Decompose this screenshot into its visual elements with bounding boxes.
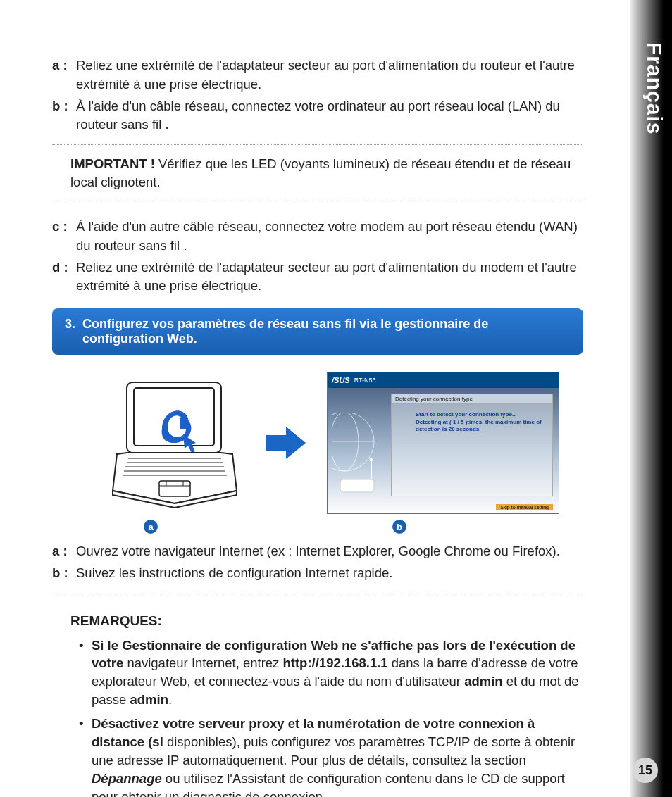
router-globe-illustration bbox=[332, 413, 388, 498]
step-d-text: Reliez une extrémité de l'adaptateur sec… bbox=[76, 258, 583, 296]
language-side-tab: Français bbox=[630, 0, 672, 797]
router-model: RT-N53 bbox=[354, 377, 376, 384]
r2-seg4: ou utilisez l'Assistant de configuration… bbox=[92, 771, 565, 797]
step-c: c : À l'aide d'un autre câble réseau, co… bbox=[52, 218, 583, 256]
important-label: IMPORTANT ! bbox=[70, 156, 155, 171]
step-3a-label: a : bbox=[52, 542, 76, 561]
svg-rect-7 bbox=[159, 481, 190, 496]
svg-rect-14 bbox=[340, 479, 374, 492]
r1-seg7: admin bbox=[130, 692, 168, 707]
step-3b: b : Suivez les instructions de configura… bbox=[52, 564, 583, 583]
step-d-label: d : bbox=[52, 258, 76, 296]
step-3-heading-bar: 3. Configurez vos paramètres de réseau s… bbox=[52, 308, 583, 355]
r1-seg2: navigateur Internet, entrez bbox=[127, 655, 282, 670]
router-config-screenshot: /SUS RT-N53 Detecting your connection ty… bbox=[327, 372, 559, 514]
svg-point-12 bbox=[332, 413, 359, 471]
panel-msg-line1: Start to detect your connection type... bbox=[416, 411, 547, 418]
panel-title: Detecting your connection type bbox=[392, 394, 552, 404]
svg-point-16 bbox=[370, 458, 373, 462]
step-b-label: b : bbox=[52, 97, 76, 135]
language-label: Français bbox=[642, 42, 666, 134]
asus-logo: /SUS bbox=[332, 376, 350, 384]
arrow-right-icon bbox=[265, 425, 307, 460]
panel-msg-line2: Detecting at ( 1 / 5 )times, the maximum… bbox=[416, 419, 547, 426]
illustration-labels: a b bbox=[80, 520, 583, 534]
step-3a: a : Ouvrez votre navigateur Internet (ex… bbox=[52, 542, 583, 561]
r1-seg8: . bbox=[168, 692, 172, 707]
step-c-label: c : bbox=[52, 218, 76, 256]
laptop-illustration bbox=[104, 372, 245, 513]
panel-msg-line3: detection is 20 seconds. bbox=[416, 426, 547, 433]
step-3a-text: Ouvrez votre navigateur Internet (ex : I… bbox=[76, 542, 583, 561]
step-3b-label: b : bbox=[52, 564, 76, 583]
step-b-text: À l'aide d'un câble réseau, connectez vo… bbox=[76, 97, 583, 135]
step-list-3: a : Ouvrez votre navigateur Internet (ex… bbox=[52, 542, 583, 583]
skip-manual-button[interactable]: Skip to manual setting bbox=[496, 504, 553, 510]
step-a-label: a : bbox=[52, 56, 76, 94]
step-d: d : Reliez une extrémité de l'adaptateur… bbox=[52, 258, 583, 296]
screenshot-header: /SUS RT-N53 bbox=[328, 372, 559, 388]
step-a-text: Reliez une extrémité de l'adaptateur sec… bbox=[76, 56, 583, 94]
page-number: 15 bbox=[633, 758, 658, 783]
step-b: b : À l'aide d'un câble réseau, connecte… bbox=[52, 97, 583, 135]
svg-point-11 bbox=[332, 413, 374, 471]
step-a: a : Reliez une extrémité de l'adaptateur… bbox=[52, 56, 583, 94]
r1-seg3: http://192.168.1.1 bbox=[283, 655, 388, 670]
illustration-row: /SUS RT-N53 Detecting your connection ty… bbox=[80, 372, 583, 514]
r1-seg5: admin bbox=[464, 674, 502, 689]
panel-message: Start to detect your connection type... … bbox=[392, 404, 552, 439]
step-list-2: c : À l'aide d'un autre câble réseau, co… bbox=[52, 218, 583, 296]
label-circle-b: b bbox=[392, 520, 406, 534]
step-list-1: a : Reliez une extrémité de l'adaptateur… bbox=[52, 56, 583, 134]
r2-seg3: Dépannage bbox=[92, 771, 162, 786]
step-3-text: Configurez vos paramètres de réseau sans… bbox=[82, 317, 571, 346]
remark-item-1: Si le Gestionnaire de configuration Web … bbox=[79, 636, 583, 710]
important-note-box: IMPORTANT ! Vérifiez que les LED (voyant… bbox=[52, 144, 583, 199]
remarks-title: REMARQUES: bbox=[70, 612, 583, 631]
step-3-number: 3. bbox=[65, 317, 75, 346]
label-circle-a: a bbox=[144, 520, 158, 534]
remark-item-2: Désactivez votre serveur proxy et la num… bbox=[79, 715, 583, 797]
remarks-box: REMARQUES: Si le Gestionnaire de configu… bbox=[52, 596, 583, 797]
page-content: a : Reliez une extrémité de l'adaptateur… bbox=[0, 0, 633, 797]
step-3b-text: Suivez les instructions de configuration… bbox=[76, 564, 583, 583]
detection-panel: Detecting your connection type Start to … bbox=[391, 394, 553, 496]
step-c-text: À l'aide d'un autre câble réseau, connec… bbox=[76, 218, 583, 256]
